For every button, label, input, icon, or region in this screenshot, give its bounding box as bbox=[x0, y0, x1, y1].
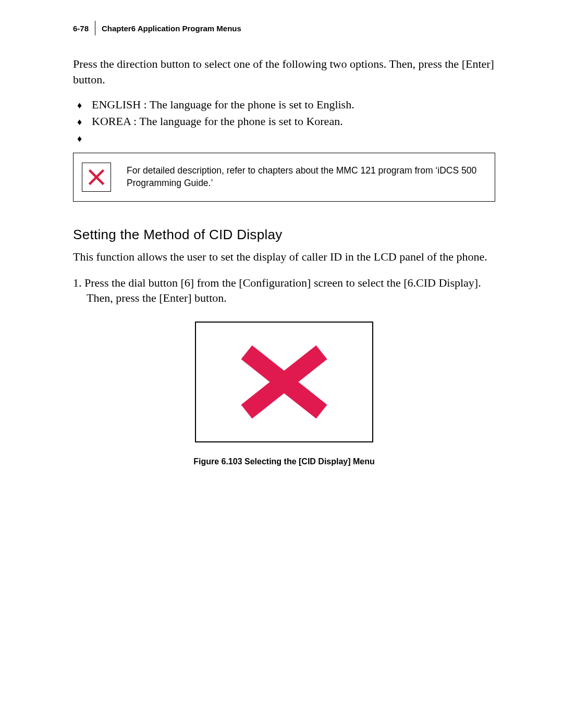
chapter-label: Chapter6 Application Program Menus bbox=[102, 24, 241, 33]
page-number: 6-78 bbox=[73, 24, 95, 33]
note-x-icon bbox=[82, 163, 111, 192]
figure-x-icon bbox=[237, 343, 331, 421]
figure-box bbox=[195, 322, 373, 442]
page-header: 6-78 Chapter6 Application Program Menus bbox=[73, 21, 495, 35]
note-box: For detailed description, refer to chapt… bbox=[73, 153, 495, 202]
step-1: 1. Press the dial button [6] from the [C… bbox=[73, 275, 495, 306]
option-item-korea: KOREA : The language for the phone is se… bbox=[92, 113, 495, 130]
note-text: For detailed description, refer to chapt… bbox=[127, 165, 486, 189]
option-item-english: ENGLISH : The language for the phone is … bbox=[92, 96, 495, 113]
intro-paragraph: Press the direction button to select one… bbox=[73, 56, 495, 87]
document-page: 6-78 Chapter6 Application Program Menus … bbox=[0, 0, 563, 487]
figure-caption: Figure 6.103 Selecting the [CID Display]… bbox=[73, 457, 495, 466]
option-list: ENGLISH : The language for the phone is … bbox=[92, 96, 495, 146]
header-divider bbox=[95, 21, 95, 35]
option-item-empty bbox=[92, 130, 495, 146]
section-intro: This function allows the user to set the… bbox=[73, 249, 495, 265]
section-title: Setting the Method of CID Display bbox=[73, 227, 495, 243]
figure-wrap: Figure 6.103 Selecting the [CID Display]… bbox=[73, 322, 495, 466]
